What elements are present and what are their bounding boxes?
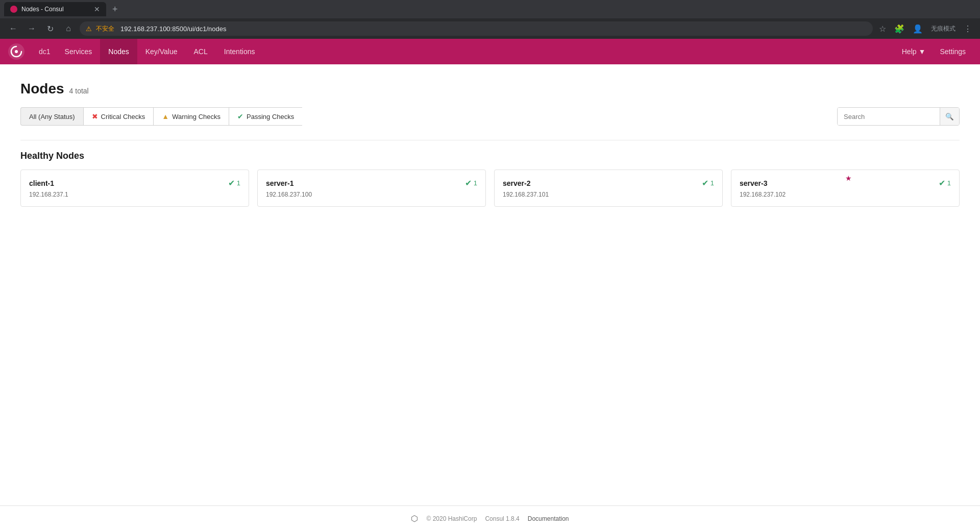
node-check: ✔ 1 <box>939 178 951 188</box>
node-ip: 192.168.237.100 <box>266 191 477 198</box>
filter-all-button[interactable]: All (Any Status) <box>20 107 83 126</box>
tab-close-button[interactable]: ✕ <box>94 5 100 13</box>
check-icon: ✔ <box>939 178 945 188</box>
nav-keyvalue[interactable]: Key/Value <box>137 39 186 64</box>
search-bar: 🔍 <box>837 107 960 126</box>
reload-button[interactable]: ↻ <box>43 21 57 36</box>
node-name: client-1 <box>29 179 54 187</box>
critical-icon: ✖ <box>92 112 98 120</box>
section-divider <box>20 140 960 140</box>
incognito-label: 无痕模式 <box>929 22 958 35</box>
settings-button[interactable]: Settings <box>934 39 972 64</box>
menu-button[interactable]: ⋮ <box>962 22 974 36</box>
bookmark-button[interactable]: ☆ <box>877 22 888 36</box>
check-icon: ✔ <box>702 178 708 188</box>
main-content: Nodes 4 total All (Any Status) ✖ Critica… <box>0 64 980 223</box>
node-check: ✔ 1 <box>465 178 477 188</box>
node-card-header: server-1 ✔ 1 <box>266 178 477 188</box>
nav-services[interactable]: Services <box>57 39 101 64</box>
filter-passing-button[interactable]: ✔ Passing Checks <box>229 107 302 126</box>
browser-chrome: Nodes - Consul ✕ + ← → ↻ ⌂ ⚠ 不安全 192.168… <box>0 0 980 531</box>
healthy-nodes-section: Healthy Nodes client-1 ✔ 1 192.168.237.1 <box>20 151 960 207</box>
home-button[interactable]: ⌂ <box>61 21 76 36</box>
node-name: server-3 <box>740 179 768 187</box>
node-card-client-1[interactable]: client-1 ✔ 1 192.168.237.1 <box>20 170 249 207</box>
filter-warning-button[interactable]: ▲ Warning Checks <box>153 107 229 126</box>
node-card-header: client-1 ✔ 1 <box>29 178 240 188</box>
footer-docs-link[interactable]: Documentation <box>528 515 569 522</box>
check-icon: ✔ <box>228 178 235 188</box>
section-title: Healthy Nodes <box>20 151 960 161</box>
filter-bar: All (Any Status) ✖ Critical Checks ▲ War… <box>20 107 960 126</box>
browser-controls: ← → ↻ ⌂ ⚠ 不安全 192.168.237.100:8500/ui/dc… <box>0 18 980 39</box>
nav-intentions[interactable]: Intentions <box>216 39 263 64</box>
footer: ⬡ © 2020 HashiCorp Consul 1.8.4 Document… <box>0 505 980 531</box>
page-title: Nodes <box>20 81 64 97</box>
search-button[interactable]: 🔍 <box>940 108 959 125</box>
passing-icon: ✔ <box>237 112 243 120</box>
node-name: server-1 <box>266 179 294 187</box>
browser-tab[interactable]: Nodes - Consul ✕ <box>4 2 106 16</box>
profile-button[interactable]: 👤 <box>911 22 925 36</box>
navbar: dc1 Services Nodes Key/Value ACL Intenti… <box>0 39 980 64</box>
page-count: 4 total <box>69 87 89 95</box>
node-card-server-3[interactable]: ★ server-3 ✔ 1 192.168.237.102 <box>731 170 960 207</box>
check-icon: ✔ <box>465 178 472 188</box>
datacenter-label[interactable]: dc1 <box>33 39 57 64</box>
node-ip: 192.168.237.1 <box>29 191 240 198</box>
tab-favicon <box>10 6 17 13</box>
address-bar[interactable]: ⚠ 不安全 192.168.237.100:8500/ui/dc1/nodes <box>80 21 873 36</box>
warning-icon: ▲ <box>162 112 169 120</box>
consul-logo <box>8 43 24 60</box>
search-icon: 🔍 <box>945 113 954 120</box>
node-name: server-2 <box>503 179 531 187</box>
back-button[interactable]: ← <box>6 21 20 36</box>
browser-tab-bar: Nodes - Consul ✕ + <box>0 0 980 18</box>
extension-button[interactable]: 🧩 <box>892 22 906 36</box>
navbar-right: Help ▼ Settings <box>896 39 972 64</box>
forward-button[interactable]: → <box>24 21 39 36</box>
insecure-icon: ⚠ <box>86 25 92 33</box>
node-check: ✔ 1 <box>702 178 714 188</box>
nodes-grid: client-1 ✔ 1 192.168.237.1 server-1 <box>20 170 960 207</box>
node-check: ✔ 1 <box>228 178 240 188</box>
node-card-server-1[interactable]: server-1 ✔ 1 192.168.237.100 <box>257 170 486 207</box>
node-ip: 192.168.237.102 <box>740 191 951 198</box>
node-ip: 192.168.237.101 <box>503 191 714 198</box>
footer-copyright: © 2020 HashiCorp <box>426 515 477 522</box>
hashicorp-logo: ⬡ <box>411 514 418 523</box>
node-card-server-2[interactable]: server-2 ✔ 1 192.168.237.101 <box>494 170 723 207</box>
check-count: 1 <box>710 179 714 187</box>
browser-actions: ☆ 🧩 👤 无痕模式 ⋮ <box>877 22 974 36</box>
filter-critical-button[interactable]: ✖ Critical Checks <box>83 107 154 126</box>
search-input[interactable] <box>838 108 940 125</box>
new-tab-button[interactable]: + <box>108 4 122 15</box>
nav-nodes[interactable]: Nodes <box>100 39 137 64</box>
url-text: 192.168.237.100:8500/ui/dc1/nodes <box>120 25 226 33</box>
node-card-header: server-2 ✔ 1 <box>503 178 714 188</box>
check-count: 1 <box>947 179 951 187</box>
svg-point-1 <box>15 50 18 53</box>
footer-version: Consul 1.8.4 <box>485 515 519 522</box>
check-count: 1 <box>474 179 477 187</box>
help-button[interactable]: Help ▼ <box>896 39 932 64</box>
page-title-row: Nodes 4 total <box>20 81 960 97</box>
app: dc1 Services Nodes Key/Value ACL Intenti… <box>0 39 980 531</box>
nav-acl[interactable]: ACL <box>186 39 216 64</box>
insecure-label: 不安全 <box>96 25 114 33</box>
check-count: 1 <box>237 179 240 187</box>
tab-title: Nodes - Consul <box>21 6 64 13</box>
